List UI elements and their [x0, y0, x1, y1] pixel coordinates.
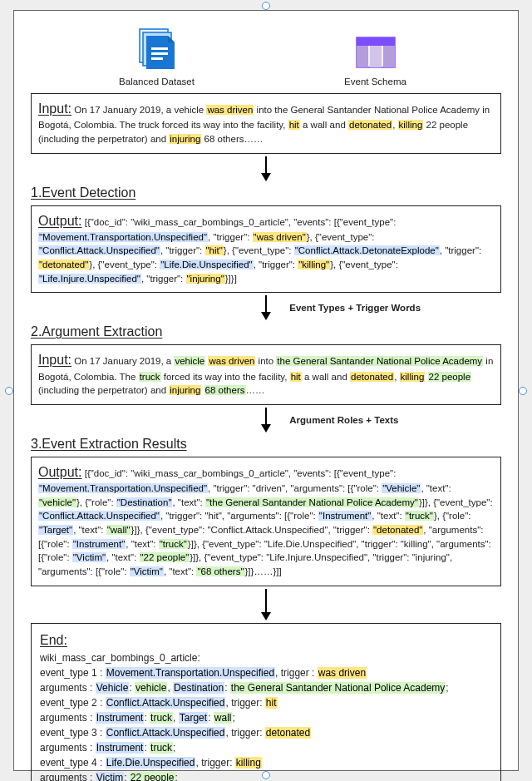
frame-anchor-right: [519, 387, 527, 395]
svg-marker-17: [261, 612, 271, 620]
svg-marker-15: [261, 424, 271, 433]
frame-anchor-left: [5, 387, 13, 395]
heading-argument-extraction: 2.Argument Extraction: [31, 324, 501, 339]
arrow-1: [31, 156, 501, 181]
output-box-2: Output: [{"doc_id": "wiki_mass_car_bombi…: [31, 457, 501, 586]
svg-rect-8: [370, 46, 382, 67]
icon-row: Balanced Dataset Event Schema: [31, 21, 501, 88]
svg-rect-4: [151, 57, 163, 60]
diagram-stage: Balanced Dataset Event Schema Input:: [0, 0, 532, 781]
dataset-caption: Balanced Dataset: [119, 77, 195, 87]
arrow-down-icon: [258, 589, 274, 620]
arrow-2: Event Types + Trigger Words: [31, 295, 501, 320]
dataset-icon-col: Balanced Dataset: [64, 26, 249, 87]
arrow-4: [31, 589, 501, 620]
svg-rect-2: [151, 47, 168, 50]
arrow-3: Argument Roles + Texts: [31, 408, 501, 433]
svg-rect-6: [357, 37, 395, 46]
heading-event-extraction-results: 3.Event Extraction Results: [31, 437, 501, 452]
input2-body: On 17 January 2019, a vehicle was driven…: [38, 356, 493, 395]
output-box-1: Output: [{"doc_id": "wiki_mass_car_bombi…: [31, 205, 501, 294]
output1-body: [{"doc_id": "wiki_mass_car_bombings_0_ar…: [38, 217, 481, 284]
input1-text: On 17 January 2019, a vehicle was driven…: [38, 105, 490, 144]
diagram-frame: Balanced Dataset Event Schema Input:: [13, 10, 519, 771]
svg-marker-11: [261, 173, 271, 181]
arrow-down-icon: [258, 408, 274, 433]
end-box: End:wiki_mass_car_bombings_0_article:eve…: [31, 623, 501, 781]
arrow-2-label: Event Types + Trigger Words: [289, 303, 421, 313]
frame-anchor-top: [262, 2, 270, 10]
output2-body: [{"doc_id": "wiki_mass_car_bombings_0_ar…: [38, 468, 493, 576]
table-schema-icon: [353, 34, 398, 73]
arrow-down-icon: [258, 156, 274, 181]
svg-marker-13: [261, 312, 271, 320]
arrow-3-label: Argument Roles + Texts: [289, 415, 398, 425]
heading-event-detection: 1.Event Detection: [31, 185, 501, 200]
input-box-1: Input: On 17 January 2019, a vehicle was…: [31, 93, 501, 154]
svg-rect-3: [151, 52, 168, 55]
arrow-down-icon: [258, 295, 274, 320]
input2-lead: Input:: [38, 353, 71, 367]
svg-rect-9: [383, 46, 395, 67]
output1-lead: Output:: [38, 214, 81, 228]
output2-lead: Output:: [38, 465, 81, 479]
input-box-2: Input: On 17 January 2019, a vehicle was…: [31, 344, 501, 405]
schema-caption: Event Schema: [344, 77, 406, 87]
svg-rect-7: [357, 46, 368, 67]
input1-lead: Input:: [38, 101, 71, 116]
document-stack-icon: [135, 26, 180, 73]
schema-icon-col: Event Schema: [283, 34, 468, 87]
